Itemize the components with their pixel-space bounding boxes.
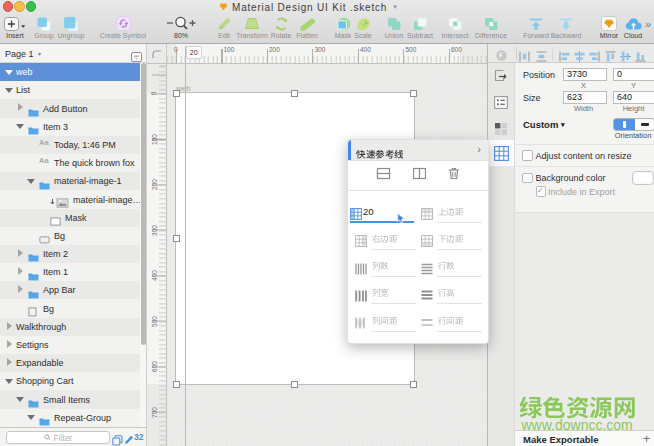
selection-handle[interactable] bbox=[173, 90, 180, 97]
disclosure-expanded-icon[interactable] bbox=[27, 179, 35, 184]
guide-field-rows[interactable] bbox=[421, 259, 485, 281]
guide-line[interactable] bbox=[185, 46, 186, 446]
filter-input[interactable]: Filter bbox=[6, 431, 110, 444]
symbols-tab-icon[interactable] bbox=[488, 121, 514, 139]
selection-handle[interactable] bbox=[291, 90, 298, 97]
maximize-window-button[interactable] bbox=[26, 1, 36, 11]
layer-row-settigns[interactable]: Settigns bbox=[0, 336, 140, 354]
orientation-portrait-segment[interactable] bbox=[614, 119, 635, 131]
guide-field-margin-top[interactable] bbox=[421, 204, 485, 226]
guide-field-row-gutter[interactable] bbox=[421, 313, 485, 335]
layer-row-material-image-1[interactable]: material-image-1 bbox=[0, 172, 140, 190]
layer-row-material-image-[interactable]: material-image… bbox=[0, 190, 140, 208]
adjust-content-checkbox[interactable] bbox=[522, 150, 533, 161]
add-column-guide-button[interactable] bbox=[413, 166, 426, 184]
layer-label: Expandable bbox=[16, 358, 64, 368]
preset-dropdown[interactable]: Custom ▾ bbox=[523, 119, 565, 130]
layer-row-list[interactable]: List bbox=[0, 81, 140, 99]
minimize-window-button[interactable] bbox=[14, 1, 24, 11]
page-selector[interactable]: Page 1 ▾ bbox=[0, 44, 147, 63]
guide-field-col-width[interactable] bbox=[355, 286, 419, 308]
selection-handle[interactable] bbox=[291, 381, 298, 388]
layer-row-web[interactable]: web bbox=[0, 63, 140, 81]
pages-icon[interactable] bbox=[112, 432, 123, 446]
background-color-checkbox[interactable] bbox=[522, 173, 533, 184]
guide-field-margin-bottom[interactable] bbox=[421, 231, 485, 253]
disclosure-expanded-icon[interactable] bbox=[16, 397, 24, 402]
disclosure-collapsed-icon[interactable] bbox=[18, 249, 23, 257]
position-y-field[interactable]: 0 bbox=[613, 68, 654, 81]
align-left-icon[interactable] bbox=[559, 48, 570, 64]
panel-expand-icon[interactable]: › bbox=[477, 143, 481, 155]
disclosure-collapsed-icon[interactable] bbox=[18, 267, 23, 275]
align-bottom-icon[interactable] bbox=[635, 48, 646, 64]
layer-row-app-bar[interactable]: App Bar bbox=[0, 281, 140, 299]
layer-row-walkthrough[interactable]: Walkthrough bbox=[0, 318, 140, 336]
layer-row-small-items[interactable]: Small Items bbox=[0, 390, 140, 408]
align-middle-vertical-icon[interactable] bbox=[620, 48, 631, 64]
toolbar-item-ungroup[interactable]: Ungroup bbox=[41, 15, 101, 41]
layer-row-bg[interactable]: Bg bbox=[0, 227, 140, 245]
panel-header[interactable]: › bbox=[348, 140, 488, 161]
pencil-icon[interactable] bbox=[124, 432, 134, 446]
guide-field-margin-right[interactable] bbox=[355, 231, 419, 253]
styles-tab-icon[interactable] bbox=[488, 95, 514, 113]
align-right-icon[interactable] bbox=[589, 48, 600, 64]
layer-row-the-quick-brown-fox[interactable]: AaThe quick brown fox bbox=[0, 154, 140, 172]
toolbar-item-create-symbol[interactable]: Create Symbol bbox=[93, 15, 153, 41]
position-x-field[interactable]: 3730 bbox=[563, 68, 607, 81]
layer-row-shopping-cart[interactable]: Shopping Cart bbox=[0, 372, 140, 390]
distribute-vertical-icon[interactable] bbox=[536, 48, 547, 64]
field-underline bbox=[371, 331, 417, 332]
horizontal-ruler[interactable]: 0100200300400500600 20 bbox=[147, 44, 487, 64]
guide-field-col-gutter[interactable] bbox=[355, 313, 419, 335]
layer-label: web bbox=[16, 67, 33, 77]
vertical-ruler[interactable]: 0100200300400500600700 bbox=[147, 63, 167, 446]
align-center-horizontal-icon[interactable] bbox=[574, 48, 585, 64]
size-width-field[interactable]: 623 bbox=[563, 91, 607, 104]
title-chevron-icon[interactable]: ▾ bbox=[393, 3, 397, 11]
layer-row-expandable[interactable]: Expandable bbox=[0, 354, 140, 372]
disclosure-collapsed-icon[interactable] bbox=[18, 103, 23, 111]
layer-row-mask[interactable]: Mask bbox=[0, 209, 140, 227]
disclosure-collapsed-icon[interactable] bbox=[7, 358, 12, 366]
distribute-horizontal-icon[interactable] bbox=[519, 48, 530, 64]
selection-handle[interactable] bbox=[410, 381, 417, 388]
selection-handle[interactable] bbox=[173, 235, 180, 242]
disclosure-expanded-icon[interactable] bbox=[16, 124, 24, 129]
delete-guides-button[interactable] bbox=[448, 166, 460, 184]
layer-row-item-3[interactable]: Item 3 bbox=[0, 118, 140, 136]
layer-row-bg[interactable]: Bg bbox=[0, 299, 140, 317]
layer-row-today-1-46-pm[interactable]: AaToday, 1:46 PM bbox=[0, 136, 140, 154]
add-export-icon[interactable]: + bbox=[643, 432, 650, 446]
add-row-guide-button[interactable] bbox=[376, 166, 391, 184]
disclosure-expanded-icon[interactable] bbox=[5, 379, 13, 384]
layer-row-repeat-group[interactable]: Repeat-Group bbox=[0, 409, 140, 427]
disclosure-expanded-icon[interactable] bbox=[5, 88, 13, 93]
layer-row-item-2[interactable]: Item 2 bbox=[0, 245, 140, 263]
include-export-checkbox[interactable]: ✓ bbox=[536, 186, 547, 197]
background-color-swatch[interactable] bbox=[632, 171, 654, 185]
export-tab-icon[interactable] bbox=[488, 68, 514, 86]
sketch-app-window: Material Design UI Kit .sketch ▾ InsertG… bbox=[0, 0, 654, 446]
size-height-field[interactable]: 640 bbox=[613, 91, 654, 104]
disclosure-collapsed-icon[interactable] bbox=[7, 340, 12, 348]
grid-tab-icon[interactable] bbox=[488, 146, 514, 165]
alignment-divider bbox=[552, 47, 553, 60]
toolbar-overflow-icon[interactable]: » bbox=[645, 18, 649, 30]
disclosure-collapsed-icon[interactable] bbox=[7, 322, 12, 330]
align-top-icon[interactable] bbox=[605, 48, 616, 64]
disclosure-expanded-icon[interactable] bbox=[5, 70, 13, 75]
selection-handle[interactable] bbox=[410, 90, 417, 97]
layer-row-add-button[interactable]: Add Button bbox=[0, 99, 140, 117]
guide-field-columns[interactable] bbox=[355, 259, 419, 281]
layer-row-item-1[interactable]: Item 1 bbox=[0, 263, 140, 281]
orientation-toggle[interactable] bbox=[613, 118, 654, 132]
selection-handle[interactable] bbox=[173, 381, 180, 388]
close-window-button[interactable] bbox=[3, 1, 13, 11]
disclosure-expanded-icon[interactable] bbox=[27, 415, 35, 420]
alignment-divider bbox=[516, 47, 517, 60]
guide-field-row-height[interactable] bbox=[421, 286, 485, 308]
v-ruler-label: 500 bbox=[151, 316, 158, 327]
disclosure-collapsed-icon[interactable] bbox=[18, 285, 23, 293]
